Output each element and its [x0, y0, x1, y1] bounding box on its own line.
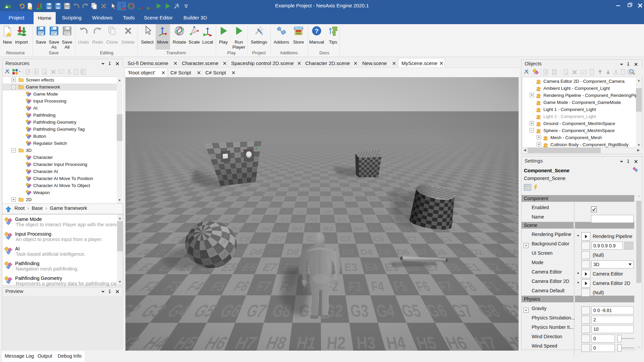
svg-text:?: ? — [315, 27, 319, 35]
svg-text:x: x — [60, 70, 61, 73]
